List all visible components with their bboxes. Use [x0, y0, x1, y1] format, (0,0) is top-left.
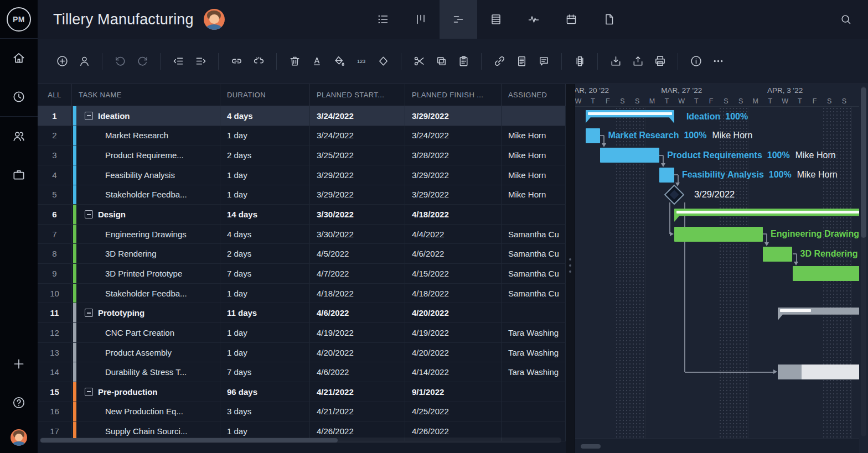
more-button[interactable]: [707, 50, 729, 72]
duration-cell[interactable]: 1 day: [220, 323, 310, 342]
gantt-task-bar[interactable]: [600, 148, 659, 163]
planned-start-cell[interactable]: 3/24/2022: [310, 106, 405, 126]
planned-finish-cell[interactable]: 3/24/2022: [405, 126, 502, 145]
assigned-cell[interactable]: Samantha Cu: [502, 264, 566, 283]
duration-cell[interactable]: 1 day: [220, 126, 310, 145]
task-name-cell[interactable]: Ideation: [72, 106, 220, 126]
task-name-cell[interactable]: 3D Rendering: [72, 244, 220, 263]
collapse-icon[interactable]: [85, 309, 93, 317]
gantt-horizontal-scrollbar[interactable]: [581, 444, 601, 449]
print-button[interactable]: [649, 50, 671, 72]
assigned-cell[interactable]: [502, 303, 566, 322]
assigned-cell[interactable]: Mike Horn: [502, 126, 566, 145]
task-name-cell[interactable]: Market Research: [72, 126, 220, 145]
sidebar-team-button[interactable]: [0, 117, 38, 155]
planned-finish-cell[interactable]: 3/28/2022: [405, 145, 502, 165]
planned-finish-cell[interactable]: 3/29/2022: [405, 106, 502, 126]
gantt-task-bar[interactable]: [659, 168, 674, 183]
task-name-cell[interactable]: Stakeholder Feedba...: [72, 284, 220, 303]
task-name-cell[interactable]: Pre-production: [72, 382, 220, 402]
planned-finish-cell[interactable]: 3/29/2022: [405, 165, 502, 185]
task-name-cell[interactable]: Feasibility Analysis: [72, 165, 220, 185]
cut-button[interactable]: [408, 50, 430, 72]
assigned-cell[interactable]: Mike Horn: [502, 185, 566, 205]
column-header-finish[interactable]: PLANNED FINISH ...: [405, 84, 502, 106]
duration-cell[interactable]: 4 days: [220, 225, 310, 244]
gantt-milestone[interactable]: [664, 185, 685, 205]
assigned-cell[interactable]: Samantha Cu: [502, 244, 566, 263]
assigned-cell[interactable]: [502, 106, 566, 126]
sidebar-help-button[interactable]: [0, 383, 38, 422]
table-row[interactable]: 1Ideation4 days3/24/20223/29/2022: [38, 106, 566, 126]
import-button[interactable]: [604, 50, 627, 72]
table-row[interactable]: 6Design14 days3/30/20224/18/2022: [38, 205, 566, 225]
duration-cell[interactable]: 14 days: [220, 205, 310, 224]
milestone-button[interactable]: [372, 50, 394, 72]
planned-start-cell[interactable]: 3/25/2022: [310, 145, 405, 165]
assigned-cell[interactable]: Tara Washing: [502, 362, 566, 382]
planned-finish-cell[interactable]: 4/18/2022: [405, 205, 502, 224]
outdent-button[interactable]: [167, 50, 189, 72]
duration-cell[interactable]: 1 day: [220, 165, 310, 185]
notes-button[interactable]: [510, 50, 533, 72]
table-row[interactable]: 15Pre-production96 days4/21/20229/1/2022: [38, 382, 566, 402]
collapse-icon[interactable]: [85, 210, 93, 218]
table-row[interactable]: 14Durability & Stress T...7 days4/6/2022…: [38, 362, 566, 382]
assigned-cell[interactable]: Tara Washing: [502, 343, 566, 362]
task-name-cell[interactable]: Design: [72, 205, 220, 224]
view-tab-calendar[interactable]: [552, 0, 590, 39]
table-row[interactable]: 2Market Research1 day3/24/20223/24/2022M…: [38, 126, 566, 146]
gantt-task-bar[interactable]: [778, 365, 859, 379]
duration-cell[interactable]: 7 days: [220, 264, 310, 283]
planned-start-cell[interactable]: 4/20/2022: [310, 343, 405, 362]
user-avatar-button[interactable]: [0, 422, 38, 453]
planned-start-cell[interactable]: 3/29/2022: [310, 165, 405, 185]
view-tab-gantt[interactable]: [440, 0, 477, 39]
project-owner-avatar[interactable]: [204, 9, 225, 30]
table-row[interactable]: 93D Printed Prototype7 days4/7/20224/15/…: [38, 264, 566, 284]
table-row[interactable]: 83D Rendering2 days4/5/20224/6/2022Saman…: [38, 244, 566, 264]
undo-button[interactable]: [109, 50, 131, 72]
assigned-cell[interactable]: Mike Horn: [502, 165, 566, 185]
planned-start-cell[interactable]: 3/30/2022: [310, 205, 405, 224]
duration-cell[interactable]: 2 days: [220, 145, 310, 165]
columns-button[interactable]: [569, 50, 591, 72]
app-logo[interactable]: PM: [0, 0, 38, 39]
duration-cell[interactable]: 3 days: [220, 402, 310, 421]
planned-finish-cell[interactable]: 4/18/2022: [405, 284, 502, 303]
table-row[interactable]: 4Feasibility Analysis1 day3/29/20223/29/…: [38, 165, 566, 185]
sidebar-home-button[interactable]: [0, 39, 38, 77]
assigned-cell[interactable]: [502, 382, 566, 402]
splitter-drag-handle-icon[interactable]: [569, 258, 571, 273]
task-name-cell[interactable]: Product Requireme...: [72, 145, 220, 165]
table-row[interactable]: 13Product Assembly1 day4/20/20224/20/202…: [38, 343, 566, 363]
task-name-cell[interactable]: New Production Eq...: [72, 402, 220, 421]
planned-start-cell[interactable]: 4/19/2022: [310, 323, 405, 342]
redo-button[interactable]: [131, 50, 153, 72]
sidebar-plus-button[interactable]: [0, 345, 38, 383]
gantt-task-bar[interactable]: [763, 247, 792, 262]
assign-button[interactable]: [73, 50, 95, 72]
view-tab-workload[interactable]: [515, 0, 552, 39]
planned-finish-cell[interactable]: 3/29/2022: [405, 185, 502, 205]
gantt-task-bar[interactable]: [674, 227, 763, 242]
planned-finish-cell[interactable]: 4/14/2022: [405, 362, 502, 382]
fill-color-button[interactable]: [328, 50, 350, 72]
duration-cell[interactable]: 1 day: [220, 185, 310, 205]
export-button[interactable]: [627, 50, 649, 72]
planned-start-cell[interactable]: 4/6/2022: [310, 303, 405, 322]
view-tab-sheet[interactable]: [477, 0, 515, 39]
table-row[interactable]: 10Stakeholder Feedba...1 day4/18/20224/1…: [38, 284, 566, 304]
planned-start-cell[interactable]: 4/21/2022: [310, 382, 405, 402]
table-row[interactable]: 12CNC Part Creation1 day4/19/20224/19/20…: [38, 323, 566, 343]
paste-button[interactable]: [452, 50, 474, 72]
pane-splitter[interactable]: [566, 84, 575, 453]
task-name-cell[interactable]: Durability & Stress T...: [72, 362, 220, 382]
planned-finish-cell[interactable]: 4/4/2022: [405, 225, 502, 244]
table-row[interactable]: 3Product Requireme...2 days3/25/20223/28…: [38, 145, 566, 165]
assigned-cell[interactable]: Tara Washing: [502, 323, 566, 342]
assigned-cell[interactable]: Samantha Cu: [502, 284, 566, 303]
indent-button[interactable]: [189, 50, 211, 72]
duration-cell[interactable]: 7 days: [220, 362, 310, 382]
assigned-cell[interactable]: [502, 205, 566, 224]
